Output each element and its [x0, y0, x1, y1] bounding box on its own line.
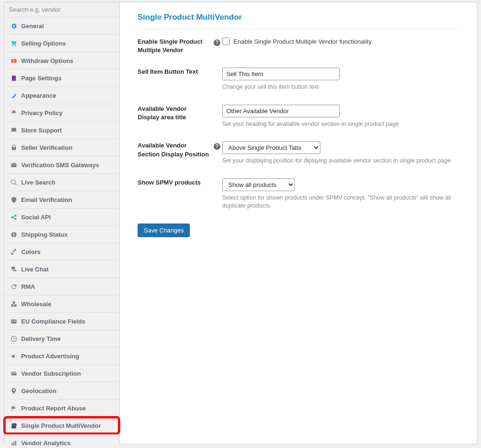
sidebar-search-input[interactable]: Search e.g. vendor [4, 2, 119, 17]
display-position-label: Available Vendor Section Display Positio… [138, 141, 214, 158]
display-position-select[interactable]: Above Single Product Tabs [222, 141, 320, 154]
sidebar-item-label: Geolocation [21, 387, 56, 394]
svg-point-10 [12, 320, 14, 322]
sidebar-item-email-verification[interactable]: Email Verification [4, 191, 119, 209]
svg-rect-8 [14, 304, 16, 307]
sidebar-item-label: RMA [21, 283, 35, 290]
sidebar-item-label: Vendor Analytics [21, 440, 70, 447]
sidebar-item-label: Delivery Time [21, 335, 61, 342]
show-spmv-label: Show SPMV products [138, 178, 214, 187]
globe-icon [10, 231, 17, 238]
enable-spmv-checkbox[interactable] [222, 38, 230, 45]
sell-button-text-input[interactable] [222, 68, 340, 80]
sidebar-item-label: Live Search [21, 179, 55, 186]
sidebar-item-general[interactable]: General [4, 17, 119, 35]
enable-spmv-checkbox-row[interactable]: Enable Single Product Multiple Vendor fu… [222, 38, 459, 45]
sidebar-item-verification-sms-gateways[interactable]: Verification SMS Gateways [4, 156, 119, 174]
cart-icon [10, 39, 17, 47]
sidebar-item-label: Appearance [21, 92, 56, 99]
sidebar-item-label: Verification SMS Gateways [21, 162, 99, 169]
sidebar-item-label: Seller Verification [21, 144, 72, 151]
svg-rect-1 [12, 75, 16, 80]
magic-wand-icon [10, 92, 17, 99]
flag-icon [10, 404, 17, 412]
save-changes-button[interactable]: Save Changes [138, 224, 190, 237]
svg-rect-18 [15, 440, 16, 445]
display-position-desc: Set your displaying position for diplayi… [222, 157, 459, 165]
show-spmv-select[interactable]: Show all products [222, 178, 295, 191]
clock-icon [10, 335, 17, 342]
store-icon [10, 422, 17, 429]
sidebar-item-colors[interactable]: Colors [4, 243, 119, 261]
pin-icon [10, 387, 17, 394]
megaphone-icon [10, 352, 17, 360]
sidebar-item-seller-verification[interactable]: Seller Verification [4, 139, 119, 156]
sidebar-item-appearance[interactable]: Appearance [4, 87, 119, 104]
sidebar-item-label: Selling Options [21, 40, 66, 47]
sidebar-item-label: Withdraw Options [21, 57, 73, 64]
help-icon[interactable]: ? [214, 39, 220, 46]
sidebar-item-product-advertising[interactable]: Product Advertising [4, 348, 119, 365]
settings-sidebar: Search e.g. vendor General Selling Optio… [4, 2, 119, 444]
sidebar-item-label: Store Support [21, 127, 62, 134]
sidebar-item-shipping-status[interactable]: Shipping Status [4, 226, 119, 243]
svg-rect-12 [14, 321, 16, 322]
svg-rect-15 [11, 372, 16, 373]
envelope-icon [10, 161, 17, 169]
sidebar-item-withdraw-options[interactable]: Withdraw Options [4, 52, 119, 70]
refresh-icon [10, 283, 17, 290]
sidebar-item-label: Colors [21, 248, 40, 255]
sidebar-item-product-report-abuse[interactable]: Product Report Abuse [4, 400, 119, 417]
show-spmv-desc: Select option for shown products under S… [222, 194, 459, 210]
sidebar-item-vendor-analytics[interactable]: Vendor Analytics [4, 434, 119, 448]
sidebar-item-wholesale[interactable]: Wholesale [4, 295, 119, 313]
sidebar-item-label: General [21, 23, 44, 30]
sell-button-text-label: Sell Item Button Text [138, 68, 214, 76]
brush-icon [10, 248, 17, 255]
bar-chart-icon [10, 439, 17, 447]
boxes-icon [10, 300, 17, 308]
sidebar-item-live-chat[interactable]: Live Chat [4, 261, 119, 278]
sidebar-item-label: Single Product MultiVendor [21, 422, 101, 429]
sidebar-item-label: Shipping Status [21, 231, 68, 238]
help-icon[interactable]: ? [214, 143, 220, 150]
area-title-label: Available Vendor Display area title [138, 105, 214, 122]
sidebar-item-single-product-multivendor[interactable]: Single Product MultiVendor [4, 417, 119, 434]
sidebar-item-selling-options[interactable]: Selling Options [4, 35, 119, 52]
sidebar-item-store-support[interactable]: Store Support [4, 122, 119, 139]
sidebar-item-label: Privacy Policy [21, 109, 62, 116]
area-title-input[interactable] [222, 105, 340, 117]
page-icon [10, 74, 17, 82]
sidebar-item-rma[interactable]: RMA [4, 278, 119, 295]
sidebar-item-privacy-policy[interactable]: Privacy Policy [4, 104, 119, 122]
sidebar-item-delivery-time[interactable]: Delivery Time [4, 330, 119, 348]
enable-spmv-label: Enable Single Product Multiple Vendor [138, 38, 214, 54]
area-title-desc: Set your heading for available vendor se… [222, 120, 459, 129]
svg-rect-17 [13, 442, 15, 446]
sidebar-item-label: EU Compliance Fields [21, 318, 85, 325]
lock-icon [10, 144, 17, 151]
sidebar-item-eu-compliance-fields[interactable]: EU Compliance Fields [4, 313, 119, 330]
share-icon [10, 213, 17, 221]
sidebar-item-geolocation[interactable]: Geolocation [4, 382, 119, 400]
svg-rect-14 [11, 371, 16, 375]
settings-content: Single Product MultiVendor Enable Single… [119, 2, 477, 444]
key-icon [10, 109, 17, 116]
sidebar-item-label: Live Chat [21, 266, 49, 273]
search-icon [10, 178, 17, 186]
sidebar-item-label: Wholesale [21, 301, 51, 308]
sidebar-item-page-settings[interactable]: Page Settings [4, 70, 119, 87]
page-title: Single Product MultiVendor [138, 13, 459, 29]
sidebar-item-live-search[interactable]: Live Search [4, 174, 119, 191]
id-card-icon [10, 317, 17, 325]
sell-button-text-desc: Change your sell this item button text [222, 83, 459, 92]
enable-spmv-checkbox-label: Enable Single Product Multiple Vendor fu… [233, 38, 372, 45]
withdraw-icon [10, 57, 17, 64]
chat-icon [10, 126, 17, 134]
sidebar-item-social-api[interactable]: Social API [4, 209, 119, 226]
sidebar-item-vendor-subscription[interactable]: Vendor Subscription [4, 365, 119, 382]
sidebar-item-label: Vendor Subscription [21, 370, 81, 377]
sidebar-item-label: Social API [21, 214, 51, 221]
svg-rect-7 [11, 304, 13, 307]
svg-rect-16 [11, 443, 13, 445]
